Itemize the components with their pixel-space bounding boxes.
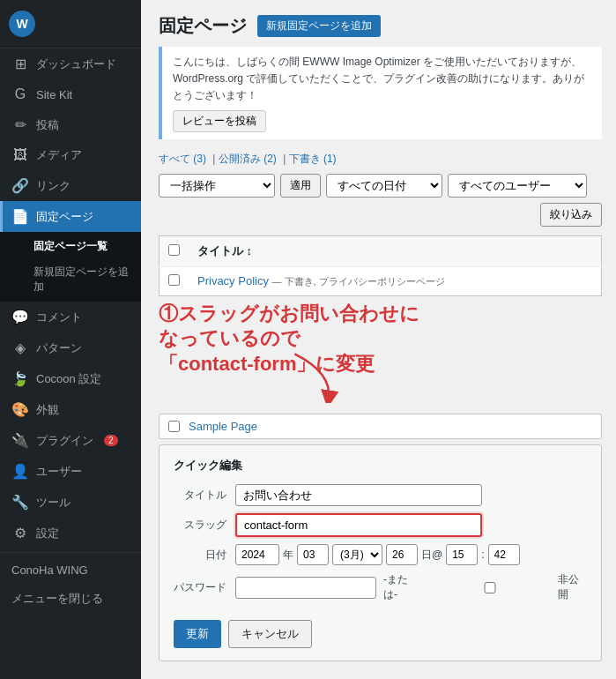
annotation-block: ①スラッグがお問い合わせになっているので「contact-form」に変更 xyxy=(159,302,602,377)
sidebar-item-label: 外観 xyxy=(36,402,59,418)
title-input[interactable] xyxy=(235,484,482,506)
cancel-button[interactable]: キャンセル xyxy=(228,620,312,648)
review-button[interactable]: レビューを投稿 xyxy=(173,110,266,132)
quick-edit-actions: 更新 キャンセル xyxy=(174,613,587,648)
sidebar-item-label: パターン xyxy=(36,340,82,356)
private-checkbox[interactable] xyxy=(426,582,554,593)
sample-page-link[interactable]: Sample Page xyxy=(189,420,257,433)
comments-icon: 💬 xyxy=(11,309,29,325)
password-inputs: -または- 非公開 xyxy=(235,572,587,602)
select-all-checkbox[interactable] xyxy=(168,244,180,256)
slug-label: スラッグ xyxy=(174,518,226,533)
ewww-notice: こんにちは、しばらくの間 EWWW Image Optimizer をご使用いた… xyxy=(159,47,602,139)
sidebar-item-label: 固定ページ xyxy=(36,209,93,225)
sidebar-item-sitekit[interactable]: G Site Kit xyxy=(0,79,141,109)
date-filter-select[interactable]: すべての日付 xyxy=(326,174,442,198)
bulk-action-select[interactable]: 一括操作 ゴミ箱へ移動 xyxy=(159,174,275,198)
password-input[interactable] xyxy=(235,577,376,599)
apply-button[interactable]: 適用 xyxy=(280,174,321,198)
sidebar-item-media[interactable]: 🖼 メディア xyxy=(0,140,141,170)
sidebar-item-plugins[interactable]: 🔌 プラグイン 2 xyxy=(0,425,141,456)
sidebar-item-conoha[interactable]: ConoHa WING xyxy=(0,556,141,584)
date-inputs: 年 (3月) 日@ : xyxy=(235,544,520,565)
pages-submenu: 固定ページ一覧 新規固定ページを追加 xyxy=(0,232,141,302)
conoha-label: ConoHa WING xyxy=(11,563,88,577)
year-input[interactable] xyxy=(235,544,279,565)
sidebar-logo: W xyxy=(0,0,141,48)
sidebar-item-posts[interactable]: ✏ 投稿 xyxy=(0,109,141,140)
sample-page-checkbox[interactable] xyxy=(168,421,180,432)
sidebar-item-close-menu[interactable]: メニューを閉じる xyxy=(0,584,141,614)
settings-icon: ⚙ xyxy=(11,525,29,541)
day-input[interactable] xyxy=(386,544,418,565)
posts-icon: ✏ xyxy=(11,116,29,133)
dashboard-icon: ⊞ xyxy=(11,56,29,72)
sidebar-item-label: リンク xyxy=(36,178,71,194)
sidebar-item-links[interactable]: 🔗 リンク xyxy=(0,170,141,201)
password-row: パスワード -または- 非公開 xyxy=(174,572,587,602)
date-label: 日付 xyxy=(174,548,226,563)
sidebar-item-pages[interactable]: 📄 固定ページ xyxy=(0,201,141,232)
table-row: Privacy Policy — 下書き, プライバシーポリシーページ xyxy=(160,266,602,295)
links-icon: 🔗 xyxy=(11,177,29,194)
sidebar-item-patterns[interactable]: ◈ パターン xyxy=(0,332,141,363)
notice-text: こんにちは、しばらくの間 EWWW Image Optimizer をご使用いた… xyxy=(173,56,584,101)
row-title-1: Privacy Policy — 下書き, プライバシーポリシーページ xyxy=(189,266,602,295)
plugins-badge: 2 xyxy=(104,435,118,446)
sidebar-item-label: ダッシュボード xyxy=(36,56,116,72)
plugins-icon: 🔌 xyxy=(11,432,29,449)
sidebar-divider xyxy=(0,552,141,553)
slug-input[interactable] xyxy=(235,513,482,537)
month-input[interactable] xyxy=(297,544,329,565)
page-title: 固定ページ xyxy=(159,14,247,38)
sidebar-item-label: ユーザー xyxy=(36,464,82,480)
add-page-button[interactable]: 新規固定ページを追加 xyxy=(257,15,381,37)
cocoon-icon: 🍃 xyxy=(11,370,29,387)
sidebar-sub-pages-list[interactable]: 固定ページ一覧 xyxy=(0,234,141,259)
year-unit: 年 xyxy=(283,548,293,563)
page-header: 固定ページ 新規固定ページを追加 xyxy=(159,14,602,38)
title-label: タイトル xyxy=(174,488,226,503)
sitekit-icon: G xyxy=(11,86,29,102)
wp-logo-icon: W xyxy=(9,11,35,37)
sidebar-item-users[interactable]: 👤 ユーザー xyxy=(0,456,141,487)
minute-input[interactable] xyxy=(488,544,520,565)
filter-all[interactable]: すべて (3) xyxy=(159,153,206,165)
sidebar-item-label: メディア xyxy=(36,147,82,163)
col-title-header[interactable]: タイトル ↕ xyxy=(189,235,602,266)
sidebar-item-label: ツール xyxy=(36,495,71,511)
title-row: タイトル xyxy=(174,484,587,506)
private-label: 非公開 xyxy=(426,572,587,602)
sidebar-item-label: Cocoon 設定 xyxy=(36,371,101,387)
filter-published[interactable]: 公開済み (2) xyxy=(219,153,277,165)
sidebar-item-label: プラグイン xyxy=(36,433,93,449)
day-unit: 日@ xyxy=(421,548,442,563)
tools-icon: 🔧 xyxy=(11,494,29,511)
user-filter-select[interactable]: すべてのユーザー xyxy=(448,174,587,198)
sidebar-item-settings[interactable]: ⚙ 設定 xyxy=(0,518,141,548)
sidebar-item-comments[interactable]: 💬 コメント xyxy=(0,302,141,332)
sidebar-item-dashboard[interactable]: ⊞ ダッシュボード xyxy=(0,48,141,79)
quick-edit-title: クイック編集 xyxy=(174,458,587,474)
page-title-link-1[interactable]: Privacy Policy xyxy=(197,274,269,287)
users-icon: 👤 xyxy=(11,463,29,480)
row-checkbox-1[interactable] xyxy=(168,274,180,286)
month-select[interactable]: (3月) xyxy=(332,544,382,565)
sidebar: W ⊞ ダッシュボード G Site Kit ✏ 投稿 🖼 メディア 🔗 リンク… xyxy=(0,0,141,679)
update-button[interactable]: 更新 xyxy=(174,620,221,648)
col-check-header xyxy=(160,235,189,266)
quick-edit-form: クイック編集 タイトル スラッグ 日付 年 (3月) 日@ xyxy=(159,444,602,661)
pages-table: タイトル ↕ Privacy Policy — 下書き, プライバシーポリシーペ… xyxy=(159,235,602,296)
filter-button[interactable]: 絞り込み xyxy=(540,203,602,227)
password-label: パスワード xyxy=(174,580,226,595)
hour-input[interactable] xyxy=(446,544,478,565)
sidebar-item-appearance[interactable]: 🎨 外観 xyxy=(0,394,141,425)
sidebar-sub-pages-add[interactable]: 新規固定ページを追加 xyxy=(0,259,141,300)
sidebar-item-tools[interactable]: 🔧 ツール xyxy=(0,487,141,518)
sidebar-item-cocoon[interactable]: 🍃 Cocoon 設定 xyxy=(0,363,141,394)
sidebar-item-label: 設定 xyxy=(36,526,59,541)
filter-draft[interactable]: 下書き (1) xyxy=(289,153,337,165)
sidebar-item-label: Site Kit xyxy=(36,88,72,101)
appearance-icon: 🎨 xyxy=(11,401,29,418)
close-menu-label: メニューを閉じる xyxy=(11,591,103,607)
